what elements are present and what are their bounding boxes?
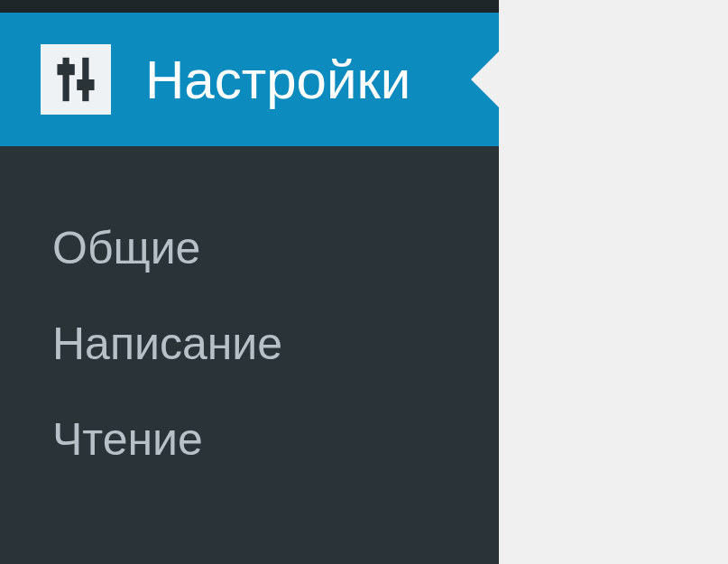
admin-sidebar: Настройки Общие Написание Чтение [0,0,499,564]
sidebar-settings-header[interactable]: Настройки [0,13,499,146]
submenu-item-general[interactable]: Общие [0,200,499,296]
svg-rect-2 [57,64,74,75]
settings-submenu: Общие Написание Чтение [0,146,499,487]
submenu-item-label: Общие [52,223,200,273]
sliders-icon [41,44,111,115]
submenu-item-label: Чтение [52,414,203,465]
submenu-item-writing[interactable]: Написание [0,296,499,392]
submenu-item-label: Написание [52,319,282,369]
settings-header-label: Настройки [145,49,410,111]
submenu-item-reading[interactable]: Чтение [0,392,499,487]
top-bar-strip [0,0,499,13]
svg-rect-3 [77,79,94,90]
